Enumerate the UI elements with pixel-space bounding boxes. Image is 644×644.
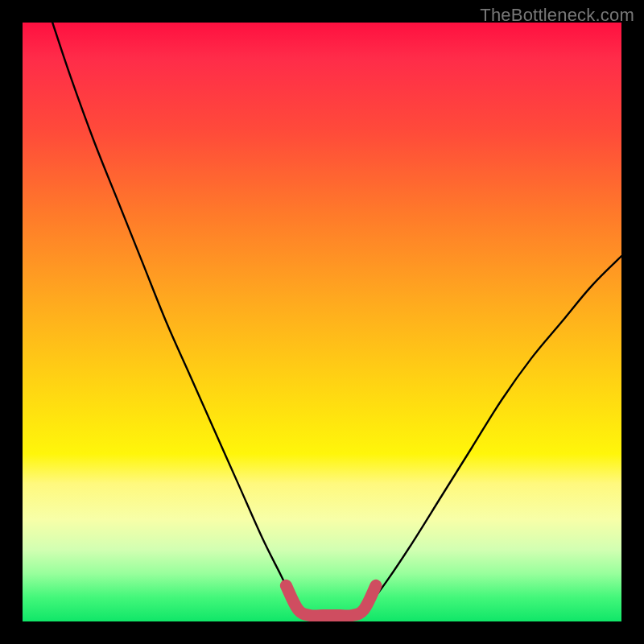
accent-band [286, 585, 376, 616]
right-curve [358, 256, 621, 615]
plot-area [23, 23, 621, 621]
chart-svg [23, 23, 621, 621]
left-curve [52, 23, 303, 616]
chart-stage: TheBottleneck.com [0, 0, 644, 644]
